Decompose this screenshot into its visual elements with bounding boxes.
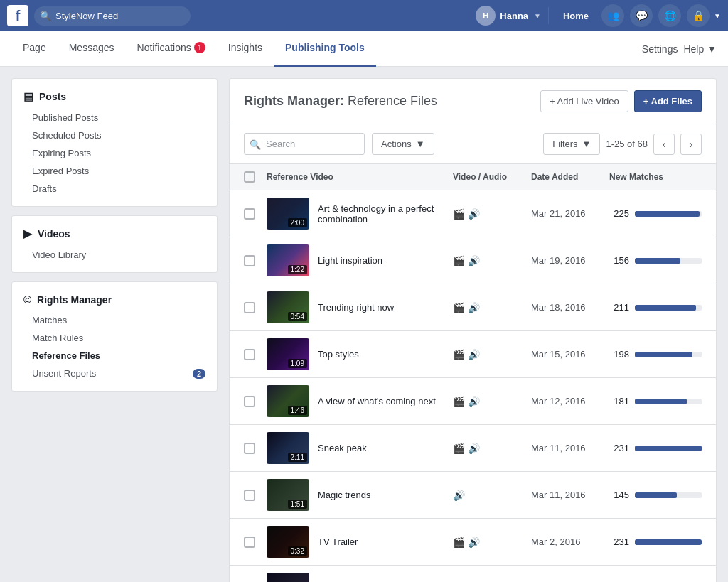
row-checkbox-5[interactable] (244, 443, 255, 454)
row-checkbox-6[interactable] (244, 490, 255, 501)
nav-page[interactable]: Page (11, 31, 58, 67)
copyright-icon: © (23, 293, 31, 306)
lock-icon[interactable]: 🔒 (687, 4, 710, 27)
nav-home-link[interactable]: Home (556, 11, 596, 21)
nav-insights[interactable]: Insights (217, 31, 274, 67)
header-actions: + Add Live Video + Add Files (540, 90, 702, 112)
table-row[interactable]: 2:00 Art & technology in a perfect combi… (230, 190, 716, 237)
video-icon-cell: 🎬 (453, 349, 465, 360)
matches-cell-5: 231 (609, 443, 702, 453)
matches-bar-3 (635, 352, 692, 357)
sidebar-section-posts: ▤ Posts Published Posts Scheduled Posts … (11, 78, 218, 207)
date-cell-0: Mar 21, 2016 (531, 208, 609, 219)
table-header: Reference Video Video / Audio Date Added… (230, 164, 716, 190)
matches-count-5: 231 (609, 443, 629, 453)
sidebar-item-unsent-reports[interactable]: Unsent Reports 2 (12, 365, 217, 382)
next-page-button[interactable]: › (680, 134, 702, 155)
video-duration-1: 1:22 (288, 265, 307, 274)
nav-messages[interactable]: Messages (58, 31, 126, 67)
matches-count-0: 225 (609, 208, 629, 219)
fb-logo[interactable]: f (7, 5, 28, 26)
page-nav-right: Settings Help ▼ (642, 43, 717, 55)
table-row[interactable]: 2:00 New and hot 🎬 Mar 1, 2016 92 (230, 566, 716, 582)
matches-bar-wrap-5 (635, 446, 702, 451)
video-duration-3: 1:09 (288, 359, 307, 368)
video-cell-7: 0:32 TV Trailer (267, 526, 453, 558)
icon-cell-0: 🎬🔊 (453, 208, 531, 220)
search-wrap: 🔍 (34, 6, 191, 26)
sidebar-item-expired-posts[interactable]: Expired Posts (12, 162, 217, 180)
date-cell-2: Mar 18, 2016 (531, 302, 609, 313)
row-checkbox-7[interactable] (244, 537, 255, 548)
video-duration-4: 1:46 (288, 406, 307, 415)
sidebar-item-video-library[interactable]: Video Library (12, 246, 217, 264)
top-search-input[interactable] (34, 6, 191, 26)
row-checkbox-1[interactable] (244, 255, 255, 266)
audio-icon-cell: 🔊 (453, 490, 465, 501)
main-layout: ▤ Posts Published Posts Scheduled Posts … (0, 67, 728, 582)
add-files-button[interactable]: + Add Files (634, 90, 702, 112)
sidebar-item-scheduled-posts[interactable]: Scheduled Posts (12, 126, 217, 144)
video-title-2: Trending right now (318, 302, 394, 313)
video-title-5: Sneak peak (318, 443, 367, 453)
video-title-6: Magic trends (318, 490, 370, 500)
sidebar-item-match-rules[interactable]: Match Rules (12, 329, 217, 347)
search-input[interactable] (244, 133, 365, 155)
video-duration-2: 0:54 (288, 312, 307, 321)
messages-icon[interactable]: 💬 (630, 4, 653, 27)
filters-label: Filters (552, 139, 577, 149)
matches-count-6: 145 (609, 490, 629, 500)
sidebar-section-rights-manager: © Rights Manager Matches Match Rules Ref… (11, 281, 218, 392)
toolbar-right: Filters ▼ 1-25 of 68 ‹ › (543, 133, 702, 155)
notifications-badge: 1 (194, 42, 205, 53)
globe-icon[interactable]: 🌐 (658, 4, 681, 27)
nav-user[interactable]: H Hanna ▼ (476, 6, 541, 26)
nav-publishing-tools[interactable]: Publishing Tools (274, 31, 376, 67)
icon-cell-7: 🎬🔊 (453, 537, 531, 548)
sidebar-item-drafts[interactable]: Drafts (12, 180, 217, 198)
sidebar-item-expiring-posts[interactable]: Expiring Posts (12, 144, 217, 162)
row-checkbox-2[interactable] (244, 302, 255, 313)
table-row[interactable]: 1:22 Light inspiration 🎬🔊 Mar 19, 2016 1… (230, 237, 716, 284)
prev-page-button[interactable]: ‹ (653, 134, 675, 155)
icon-cell-6: 🔊 (453, 490, 531, 501)
audio-icon-cell: 🔊 (468, 443, 480, 454)
nav-notifications[interactable]: Notifications 1 (126, 31, 217, 67)
col-date-added: Date Added (531, 172, 609, 182)
posts-icon: ▤ (23, 90, 33, 103)
actions-button[interactable]: Actions ▼ (372, 133, 434, 155)
filters-button[interactable]: Filters ▼ (543, 133, 600, 155)
table-row[interactable]: 1:46 A view of what's coming next 🎬🔊 Mar… (230, 378, 716, 425)
table-row[interactable]: 0:32 TV Trailer 🎬🔊 Mar 2, 2016 231 (230, 519, 716, 566)
matches-cell-1: 156 (609, 255, 702, 266)
row-checkbox-3[interactable] (244, 349, 255, 360)
row-checkbox-0[interactable] (244, 208, 255, 220)
row-checkbox-4[interactable] (244, 396, 255, 407)
video-cell-4: 1:46 A view of what's coming next (267, 385, 453, 417)
sidebar-rights-title: © Rights Manager (12, 291, 217, 311)
table-row[interactable]: 1:09 Top styles 🎬🔊 Mar 15, 2016 198 (230, 331, 716, 378)
select-all-checkbox[interactable] (244, 171, 255, 183)
audio-icon-cell: 🔊 (468, 396, 480, 407)
matches-bar-wrap-7 (635, 539, 702, 545)
friends-icon[interactable]: 👥 (601, 4, 624, 27)
table-row[interactable]: 2:11 Sneak peak 🎬🔊 Mar 11, 2016 231 (230, 425, 716, 472)
matches-bar-wrap-4 (635, 399, 702, 404)
sidebar-item-published-posts[interactable]: Published Posts (12, 109, 217, 126)
table-body: 2:00 Art & technology in a perfect combi… (230, 190, 716, 582)
help-button[interactable]: Help ▼ (683, 43, 717, 55)
settings-button[interactable]: Settings (642, 43, 678, 55)
video-duration-7: 0:32 (288, 546, 307, 556)
matches-count-2: 211 (609, 302, 629, 313)
table-row[interactable]: 1:51 Magic trends 🔊 Mar 11, 2016 145 (230, 472, 716, 519)
sidebar-item-matches[interactable]: Matches (12, 311, 217, 329)
audio-icon-cell: 🔊 (468, 208, 480, 220)
matches-bar-wrap-6 (635, 492, 702, 498)
video-icon: ▶ (23, 227, 32, 240)
add-live-video-button[interactable]: + Add Live Video (540, 90, 628, 112)
video-cell-3: 1:09 Top styles (267, 338, 453, 370)
table-row[interactable]: 0:54 Trending right now 🎬🔊 Mar 18, 2016 … (230, 284, 716, 331)
sidebar-item-reference-files[interactable]: Reference Files (12, 347, 217, 365)
video-icon-cell: 🎬 (453, 443, 465, 454)
matches-count-1: 156 (609, 255, 629, 266)
